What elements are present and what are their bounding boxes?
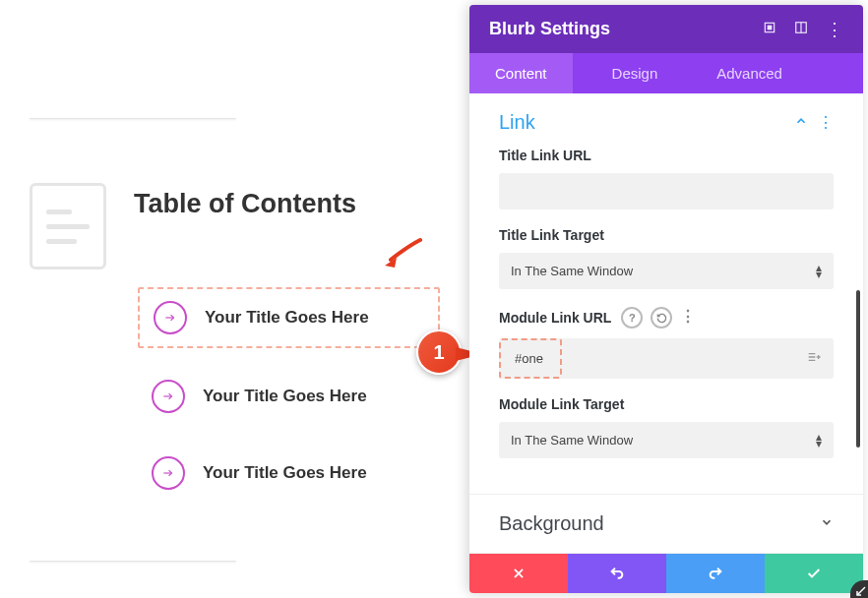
section-background-header[interactable]: Background — [499, 512, 834, 535]
tab-content[interactable]: Content — [469, 53, 573, 93]
toc-items: Your Title Goes Here Your Title Goes Her… — [138, 287, 440, 502]
toc-item-label: Your Title Goes Here — [203, 463, 367, 483]
snap-icon[interactable] — [794, 21, 808, 38]
undo-button[interactable] — [568, 554, 666, 593]
label-title-link-url: Title Link URL — [499, 148, 834, 163]
field-title-link-target: Title Link Target In The Same Window ▴▾ — [499, 227, 834, 289]
arrow-right-icon — [152, 456, 185, 490]
arrow-right-icon — [154, 301, 187, 334]
annotation-callout: 1 — [416, 329, 462, 375]
section-link-body: Title Link URL Title Link Target In The … — [499, 134, 834, 458]
chevron-up-icon[interactable] — [794, 114, 808, 132]
label-module-link-url: Module Link URL — [499, 310, 611, 326]
panel-title: Blurb Settings — [489, 19, 610, 39]
panel-tabs: Content Design Advanced — [469, 53, 863, 93]
select-title-link-target[interactable]: In The Same Window — [499, 253, 834, 289]
bottom-divider — [30, 561, 236, 562]
input-title-link-url[interactable] — [499, 173, 834, 209]
field-more-icon[interactable]: ⋮ — [680, 307, 696, 329]
settings-panel: Blurb Settings ⋮ Content Design Advanced… — [469, 5, 863, 593]
toc-item-2[interactable]: Your Title Goes Here — [138, 368, 440, 425]
section-link-title: Link — [499, 111, 535, 134]
field-module-link-target: Module Link Target In The Same Window ▴▾ — [499, 396, 834, 458]
save-button[interactable] — [765, 554, 863, 593]
toc-item-3[interactable]: Your Title Goes Here — [138, 445, 440, 502]
arrow-right-icon — [152, 380, 185, 413]
toc-title: Table of Contents — [134, 189, 356, 219]
svg-rect-5 — [768, 26, 772, 30]
section-link: Link ⋮ Title Link URL Title Link Target — [469, 93, 863, 482]
expand-icon[interactable] — [763, 21, 776, 38]
document-icon — [30, 183, 106, 269]
top-divider — [30, 118, 236, 119]
field-module-link-url: Module Link URL ? ⋮ — [499, 307, 834, 379]
section-link-header[interactable]: Link ⋮ — [499, 111, 834, 134]
label-title-link-target: Title Link Target — [499, 227, 834, 243]
input-module-link-url[interactable] — [503, 342, 558, 375]
page-preview: Table of Contents Your Title Goes Here Y… — [0, 0, 469, 598]
panel-header: Blurb Settings ⋮ — [469, 5, 863, 53]
tab-design[interactable]: Design — [573, 53, 688, 93]
tab-advanced[interactable]: Advanced — [687, 53, 808, 93]
chevron-down-icon[interactable] — [820, 515, 834, 533]
callout-number: 1 — [416, 329, 462, 375]
scrollbar-thumb[interactable] — [856, 290, 860, 448]
panel-body: Link ⋮ Title Link URL Title Link Target — [469, 93, 863, 554]
toc-header: Table of Contents — [30, 183, 440, 269]
toc-item-label: Your Title Goes Here — [203, 387, 367, 406]
reset-icon[interactable] — [651, 307, 672, 329]
field-title-link-url: Title Link URL — [499, 148, 834, 209]
toc-item-label: Your Title Goes Here — [205, 308, 369, 328]
label-module-link-target: Module Link Target — [499, 396, 834, 412]
section-background-title: Background — [499, 512, 604, 535]
help-icon[interactable]: ? — [621, 307, 643, 329]
panel-footer — [469, 554, 863, 593]
more-icon[interactable]: ⋮ — [826, 23, 843, 36]
redo-button[interactable] — [666, 554, 765, 593]
section-more-icon[interactable]: ⋮ — [818, 113, 834, 132]
toc-item-1-selected[interactable]: Your Title Goes Here — [138, 287, 440, 348]
dynamic-content-icon[interactable] — [794, 349, 834, 369]
annotation-arrow-icon — [381, 236, 424, 273]
cancel-button[interactable] — [469, 554, 568, 593]
section-background: Background — [469, 495, 863, 541]
select-module-link-target[interactable]: In The Same Window — [499, 422, 834, 458]
panel-header-actions: ⋮ — [763, 21, 843, 38]
